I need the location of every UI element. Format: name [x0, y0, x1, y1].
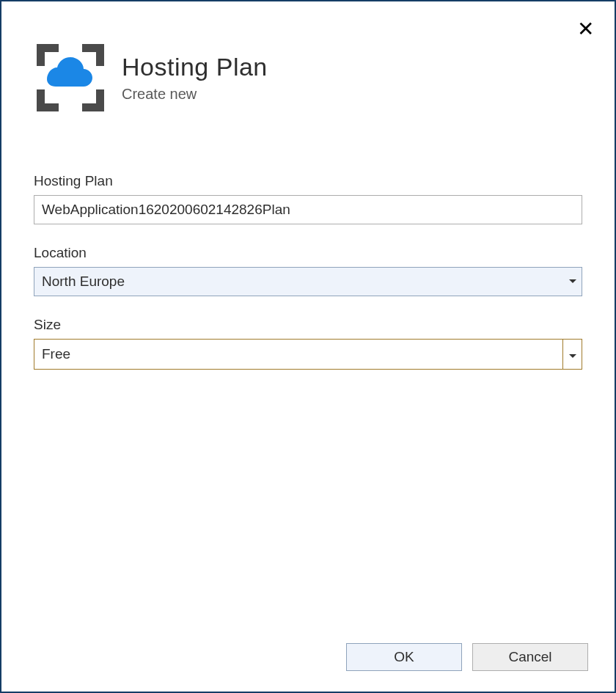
dialog-title: Hosting Plan — [122, 53, 268, 81]
header-text: Hosting Plan Create new — [122, 53, 268, 103]
svg-rect-3 — [96, 44, 104, 66]
dialog-subtitle: Create new — [122, 86, 268, 103]
size-value: Free — [42, 346, 562, 362]
cancel-button[interactable]: Cancel — [472, 643, 588, 671]
hosting-plan-label: Hosting Plan — [34, 173, 582, 189]
hosting-plan-input[interactable] — [34, 195, 582, 224]
svg-rect-1 — [37, 44, 45, 66]
close-button[interactable]: ✕ — [577, 19, 594, 40]
hosting-plan-field-group: Hosting Plan — [34, 173, 582, 224]
size-dropdown-button[interactable] — [562, 340, 582, 369]
dialog-footer: OK Cancel — [346, 643, 588, 671]
cloud-bracket-icon — [34, 41, 107, 114]
size-select[interactable]: Free — [34, 339, 582, 370]
location-field-group: Location North Europe — [34, 245, 582, 296]
ok-button[interactable]: OK — [346, 643, 462, 671]
dialog-header: Hosting Plan Create new — [1, 1, 615, 122]
close-icon: ✕ — [577, 18, 594, 40]
location-label: Location — [34, 245, 582, 261]
cancel-button-label: Cancel — [508, 649, 551, 665]
dialog-content: Hosting Plan Location North Europe Size … — [1, 122, 615, 370]
svg-rect-7 — [96, 89, 104, 111]
location-value: North Europe — [42, 274, 125, 290]
chevron-down-icon — [569, 346, 576, 362]
svg-rect-5 — [37, 89, 45, 111]
size-field-group: Size Free — [34, 317, 582, 370]
location-select[interactable]: North Europe — [34, 267, 582, 296]
ok-button-label: OK — [394, 649, 414, 665]
hosting-plan-dialog: ✕ — [0, 0, 616, 693]
size-label: Size — [34, 317, 582, 333]
